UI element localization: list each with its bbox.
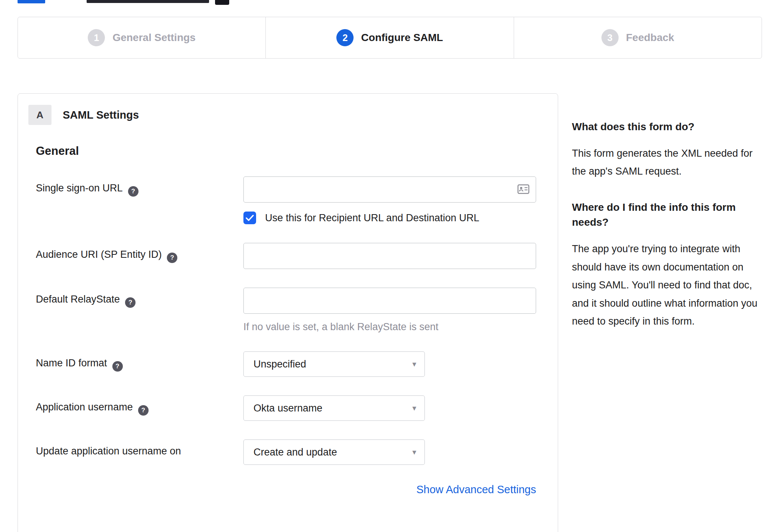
field-row-audience-uri: Audience URI (SP Entity ID)?: [36, 243, 540, 269]
chevron-down-icon: ▾: [412, 448, 416, 457]
step-number-badge: 1: [88, 29, 105, 46]
help-icon[interactable]: ?: [167, 253, 177, 263]
name-id-format-select[interactable]: Unspecified ▾: [243, 351, 425, 377]
contact-card-icon: [517, 184, 529, 195]
sidebar-heading: Where do I find the info this form needs…: [572, 200, 765, 230]
wizard-stepper: 1 General Settings 2 Configure SAML 3 Fe…: [18, 17, 762, 59]
field-label: Name ID format?: [36, 351, 243, 377]
recipient-url-checkbox[interactable]: [243, 212, 256, 224]
header-partial-title: [87, 0, 209, 3]
step-number-badge: 3: [601, 29, 619, 46]
update-application-username-select[interactable]: Create and update ▾: [243, 439, 425, 465]
show-advanced-settings-link[interactable]: Show Advanced Settings: [416, 484, 536, 495]
field-row-application-username: Application username? Okta username ▾: [36, 395, 540, 421]
relaystate-hint: If no value is set, a blank RelayState i…: [243, 321, 540, 333]
sidebar-body: This form generates the XML needed for t…: [572, 144, 765, 181]
step-general-settings[interactable]: 1 General Settings: [18, 17, 265, 58]
panel-header: A SAML Settings: [28, 105, 540, 125]
step-label: Configure SAML: [361, 32, 443, 44]
single-sign-on-url-input[interactable]: [243, 176, 536, 203]
select-value: Create and update: [253, 447, 337, 458]
recipient-url-checkbox-row: Use this for Recipient URL and Destinati…: [243, 212, 540, 224]
help-icon[interactable]: ?: [112, 361, 123, 372]
general-section-heading: General: [36, 144, 540, 158]
field-label: Update application username on: [36, 439, 243, 465]
chevron-down-icon: ▾: [412, 404, 416, 413]
help-icon[interactable]: ?: [128, 186, 139, 197]
select-value: Unspecified: [253, 359, 306, 370]
step-number-badge: 2: [336, 29, 354, 46]
step-configure-saml[interactable]: 2 Configure SAML: [265, 17, 513, 58]
sidebar-heading: What does this form do?: [572, 119, 765, 135]
field-row-update-application-username: Update application username on Create an…: [36, 439, 540, 465]
panel-title: SAML Settings: [63, 109, 139, 121]
step-feedback[interactable]: 3 Feedback: [514, 17, 762, 58]
step-label: Feedback: [626, 32, 674, 44]
field-label: Audience URI (SP Entity ID)?: [36, 243, 243, 269]
field-row-default-relaystate: Default RelayState? If no value is set, …: [36, 288, 540, 333]
checkbox-label: Use this for Recipient URL and Destinati…: [265, 212, 479, 224]
field-row-name-id-format: Name ID format? Unspecified ▾: [36, 351, 540, 377]
chevron-down-icon: ▾: [412, 360, 416, 369]
header-partial-logo: [18, 0, 45, 3]
select-value: Okta username: [253, 403, 323, 414]
sidebar-body: The app you're trying to integrate with …: [572, 240, 765, 331]
section-a-badge: A: [28, 105, 52, 125]
help-icon[interactable]: ?: [125, 297, 136, 308]
header-partial-app-icon: [215, 0, 229, 5]
help-icon[interactable]: ?: [138, 405, 149, 416]
audience-uri-input[interactable]: [243, 243, 536, 269]
field-label: Default RelayState?: [36, 288, 243, 333]
field-row-single-sign-on-url: Single sign-on URL?: [36, 176, 540, 224]
help-sidebar: What does this form do? This form genera…: [572, 119, 765, 350]
step-label: General Settings: [112, 32, 196, 44]
field-label: Application username?: [36, 395, 243, 421]
saml-settings-panel: A SAML Settings General Single sign-on U…: [18, 93, 558, 532]
application-username-select[interactable]: Okta username ▾: [243, 395, 425, 421]
default-relaystate-input[interactable]: [243, 288, 536, 314]
field-label: Single sign-on URL?: [36, 176, 243, 224]
